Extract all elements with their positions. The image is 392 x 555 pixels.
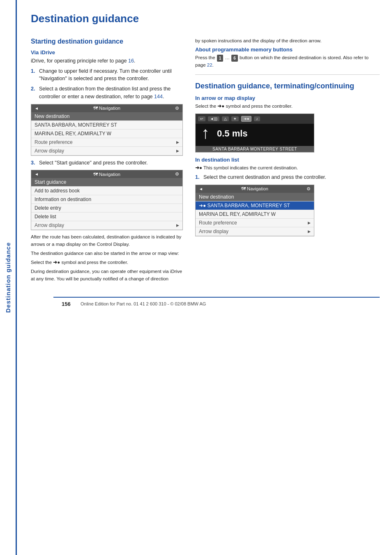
left-column: Starting destination guidance Via iDrive… (31, 37, 183, 284)
nav-menu-3-item-5[interactable]: Arrow display (196, 227, 314, 236)
nav-menu-3-header: ◄ 🗺 Navigation ⚙ (196, 185, 314, 193)
direction-arrow: ↑ (201, 125, 210, 141)
two-column-layout: Starting destination guidance Via iDrive… (31, 37, 380, 284)
main-content: Destination guidance Starting destinatio… (23, 0, 392, 319)
nav-back-icon: ◄ (35, 106, 39, 111)
page-22-link[interactable]: 22 (207, 62, 212, 67)
street-name-display: SANTA BARBARA MONTERREY STREET (196, 146, 314, 152)
step-2: 2. Select a destination from the destina… (31, 85, 183, 101)
distance-display: 0.5 mls (217, 129, 248, 138)
about-heading: About programmable memory buttons (195, 46, 380, 53)
via-idrive-heading: Via iDrive (31, 49, 183, 56)
settings-icon: ✦ (231, 116, 239, 121)
steps-list: 1. Change to upper field if necessary. T… (31, 67, 183, 101)
page-144-link[interactable]: 144 (154, 94, 163, 99)
mem-btn-1: 1 (217, 55, 224, 62)
back-icon: ↩ (198, 116, 205, 121)
sidebar-label: Destination guidance (5, 242, 12, 313)
via-idrive-intro: iDrive, for operating principle refer to… (31, 57, 183, 65)
section-divider (195, 74, 380, 75)
nav-back-icon-3: ◄ (199, 187, 203, 191)
dest-step-1-num: 1. (195, 173, 201, 181)
nav-menu-1-item-3[interactable]: MARINA DEL REY, ADMIRALTY W (31, 130, 182, 138)
music-icon: ♪ (254, 116, 260, 121)
nav-menu-2: ◄ 🗺 Navigation ⚙ Start guidance Add to a… (31, 170, 183, 230)
sidebar-line (16, 0, 17, 555)
after-route-text: After the route has been calculated, des… (31, 234, 183, 248)
footer-text: Online Edition for Part no. 01 41 2 600 … (81, 301, 206, 306)
dest-list-steps: 1. Select the current destination and pr… (195, 173, 380, 181)
nav-menu-2-item-3[interactable]: Information on destination (31, 195, 182, 204)
step-3-num: 3. (31, 159, 37, 167)
nav-menu-3-item-4[interactable]: Route preference (196, 219, 314, 227)
nav-menu-2-item-5[interactable]: Delete list (31, 213, 182, 221)
nav-back-icon-2: ◄ (35, 172, 39, 176)
section2-heading: Destination guidance, terminating/contin… (195, 81, 380, 91)
nav-menu-1-item-2[interactable]: SANTA BARBARA, MONTERREY ST (31, 121, 182, 130)
nav-menu-1-item-1[interactable]: New destination (31, 112, 182, 121)
mem-btn-6: 6 (231, 55, 238, 62)
by-spoken-text: by spoken instructions and the display o… (195, 37, 380, 44)
nav-menu-1-arrows: ◄ (35, 106, 39, 111)
screenshot-arrow-area: ↑ 0.5 mls (196, 124, 314, 143)
nav-menu-3: ◄ 🗺 Navigation ⚙ New destination ➜● SANT… (195, 185, 314, 236)
nav-menu-2-item-4[interactable]: Delete entry (31, 204, 182, 213)
during-guidance-text: During destination guidance, you can ope… (31, 268, 183, 282)
dest-step-1-text: Select the current destination and press… (203, 173, 326, 181)
nav-menu-1-title: 🗺 Navigation (93, 106, 120, 111)
nav-screenshot: ↩ ◄))) △ ✦ ➜● ♪ ↑ 0.5 mls SANTA BARBARA … (195, 113, 314, 153)
step-1-num: 1. (31, 67, 37, 83)
nav-icon: ➜● (241, 116, 251, 122)
nav-menu-2-arrows: ◄ (35, 172, 39, 176)
triangle-icon: △ (222, 116, 229, 121)
in-dest-list-bullet: ➜● This symbol indicates the current des… (195, 164, 380, 171)
arrow-map-text: The destination guidance can also be sta… (31, 250, 183, 257)
dest-list-step-1: 1. Select the current destination and pr… (195, 173, 380, 181)
nav-menu-3-arrows: ◄ (199, 187, 203, 191)
nav-menu-3-title: 🗺 Navigation (241, 186, 268, 191)
nav-menu-2-fwd: ⚙ (175, 171, 179, 177)
step-2-text: Select a destination from the destinatio… (39, 85, 183, 101)
nav-menu-2-item-2[interactable]: Add to address book (31, 187, 182, 195)
nav-menu-3-item-3[interactable]: MARINA DEL REY, ADMIRALTY W (196, 210, 314, 219)
nav-menu-1-fwd: ⚙ (175, 106, 179, 111)
page-number: 156 (62, 301, 75, 307)
volume-icon: ◄))) (208, 116, 219, 121)
step-3-text: Select "Start guidance" and press the co… (39, 159, 148, 167)
nav-menu-2-item-1[interactable]: Start guidance (31, 178, 182, 187)
select-symbol-text: Select the ➜● symbol and press the contr… (31, 259, 183, 266)
step-1: 1. Change to upper field if necessary. T… (31, 67, 183, 83)
sidebar: Destination guidance (0, 0, 16, 555)
page-title: Destination guidance (31, 12, 380, 28)
nav-menu-2-header: ◄ 🗺 Navigation ⚙ (31, 170, 182, 178)
nav-menu-3-fwd: ⚙ (307, 186, 311, 192)
nav-menu-1: ◄ 🗺 Navigation ⚙ New destination SANTA B… (31, 104, 183, 156)
nav-menu-3-item-1[interactable]: New destination (196, 193, 314, 201)
in-dest-list-heading: In destination list (195, 157, 380, 163)
page-16-link[interactable]: 16 (128, 58, 134, 64)
screenshot-top-bar: ↩ ◄))) △ ✦ ➜● ♪ (196, 114, 314, 124)
nav-menu-2-item-6[interactable]: Arrow display (31, 221, 182, 230)
step-1-text: Change to upper field if necessary. Turn… (39, 67, 183, 83)
nav-menu-1-item-5[interactable]: Arrow display (31, 147, 182, 155)
right-column: by spoken instructions and the display o… (195, 37, 380, 284)
step-2-num: 2. (31, 85, 37, 101)
section1-heading: Starting destination guidance (31, 37, 183, 46)
step3-list: 3. Select "Start guidance" and press the… (31, 159, 183, 167)
in-arrow-heading: In arrow or map display (195, 95, 380, 101)
step-3: 3. Select "Start guidance" and press the… (31, 159, 183, 167)
nav-menu-2-title: 🗺 Navigation (93, 172, 120, 177)
in-arrow-text: Select the ➜● symbol and press the contr… (195, 103, 380, 110)
footer: 156 Online Edition for Part no. 01 41 2 … (53, 297, 380, 307)
nav-menu-1-item-4[interactable]: Route preference (31, 138, 182, 147)
about-text: Press the 1 … 6 button on which the desi… (195, 54, 380, 69)
nav-menu-1-header: ◄ 🗺 Navigation ⚙ (31, 104, 182, 112)
nav-menu-3-item-2[interactable]: ➜● SANTA BARBARA, MONTERREY ST (196, 201, 314, 210)
